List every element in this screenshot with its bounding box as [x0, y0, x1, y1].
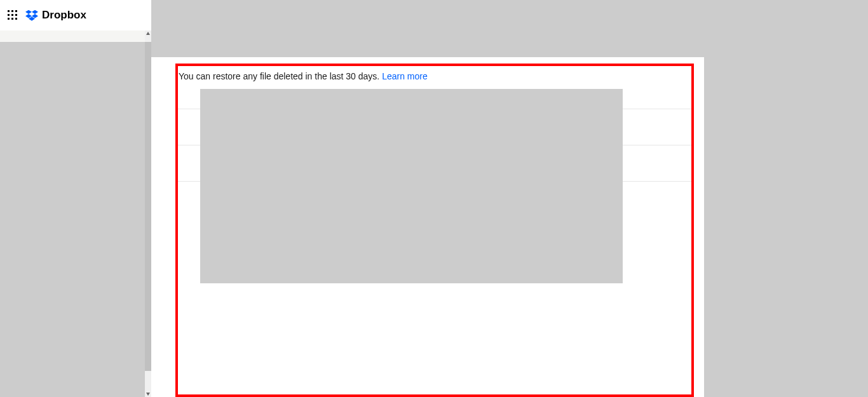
restore-message: You can restore any file deleted in the … — [179, 71, 428, 81]
content-placeholder — [200, 89, 623, 283]
dropbox-logo[interactable]: Dropbox — [25, 9, 86, 22]
top-bar: Dropbox — [0, 0, 151, 30]
sidebar-placeholder — [0, 42, 145, 397]
restore-text: You can restore any file deleted in the … — [179, 71, 382, 81]
scroll-down-icon[interactable] — [146, 393, 150, 396]
sidebar-scrollbar[interactable] — [145, 30, 151, 397]
app-menu-icon[interactable] — [8, 10, 18, 20]
sidebar-strip — [0, 30, 145, 42]
scroll-up-icon[interactable] — [146, 32, 150, 35]
learn-more-link[interactable]: Learn more — [382, 71, 428, 81]
dropbox-icon — [25, 10, 38, 21]
scrollbar-thumb[interactable] — [145, 42, 151, 371]
brand-name: Dropbox — [42, 9, 86, 22]
